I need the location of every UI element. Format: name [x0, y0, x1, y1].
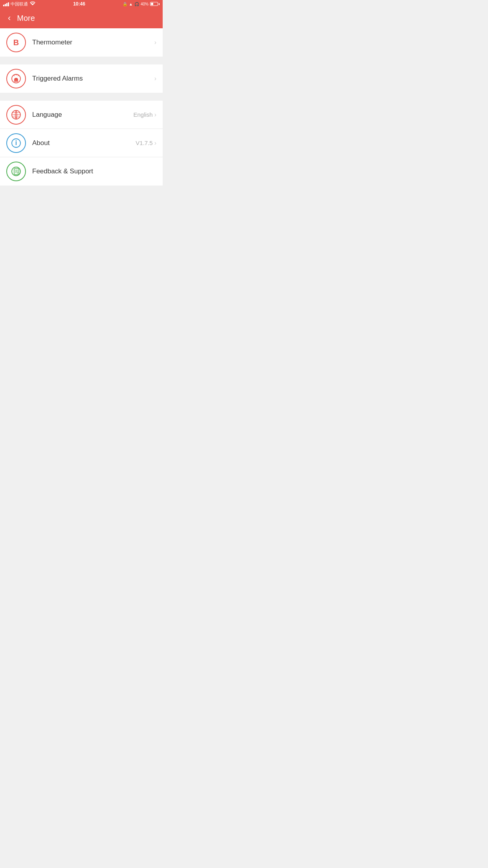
alarms-section: Triggered Alarms ›: [0, 64, 163, 93]
about-right: V1.7.5 ›: [136, 140, 156, 147]
language-chevron-icon: ›: [154, 111, 156, 118]
thermometer-right: ›: [154, 39, 156, 46]
about-chevron-icon: ›: [154, 140, 156, 147]
page-header: ‹ More: [0, 8, 163, 28]
alarm-icon: [10, 73, 22, 85]
menu-item-feedback[interactable]: Feedback & Support: [0, 157, 163, 186]
status-bar: 中国联通 10:46 🔒 ▲ 🎧 40%: [0, 0, 163, 8]
carrier-label: 中国联通: [11, 1, 28, 7]
status-time: 10:46: [73, 1, 85, 7]
bottom-area: [0, 189, 163, 347]
page-title: More: [17, 14, 35, 23]
feedback-label: Feedback & Support: [32, 167, 156, 175]
info-icon: i: [10, 137, 22, 149]
thermometer-label: Thermometer: [32, 39, 154, 46]
menu-item-about[interactable]: i About V1.7.5 ›: [0, 129, 163, 157]
status-left: 中国联通: [3, 1, 36, 7]
about-label: About: [32, 139, 136, 147]
content: B Thermometer ›: [0, 28, 163, 347]
language-label: Language: [32, 111, 133, 119]
alarms-icon-circle: [6, 69, 26, 88]
triggered-alarms-label: Triggered Alarms: [32, 75, 154, 83]
back-button[interactable]: ‹: [6, 11, 12, 25]
battery-percent: 40%: [141, 2, 149, 6]
triggered-alarms-chevron-icon: ›: [154, 75, 156, 82]
about-icon-circle: i: [6, 133, 26, 153]
feedback-icon-circle: [6, 162, 26, 181]
status-right: 🔒 ▲ 🎧 40%: [123, 2, 160, 6]
wifi-icon: [29, 1, 36, 7]
svg-line-2: [14, 75, 15, 76]
document-icon: [10, 166, 22, 177]
language-icon-circle: [6, 105, 26, 125]
menu-item-language[interactable]: Language English ›: [0, 101, 163, 129]
settings-section: Language English › i About V1.7.5 ›: [0, 101, 163, 186]
location-icon: ▲: [129, 2, 133, 6]
lock-icon: 🔒: [123, 2, 127, 6]
thermometer-section: B Thermometer ›: [0, 28, 163, 57]
thermometer-icon-circle: B: [6, 33, 26, 52]
headphone-icon: 🎧: [134, 2, 139, 6]
language-right: English ›: [133, 111, 156, 118]
signal-icon: [3, 2, 9, 6]
svg-point-12: [16, 140, 17, 141]
language-value: English: [133, 111, 152, 118]
about-version: V1.7.5: [136, 140, 152, 146]
triggered-alarms-right: ›: [154, 75, 156, 82]
thermometer-chevron-icon: ›: [154, 39, 156, 46]
svg-line-3: [18, 75, 19, 76]
separator-2: [0, 97, 163, 101]
battery-icon: [150, 2, 160, 6]
menu-item-thermometer[interactable]: B Thermometer ›: [0, 28, 163, 57]
thermometer-letter-icon: B: [13, 38, 19, 47]
separator-1: [0, 61, 163, 64]
globe-icon: [10, 109, 22, 121]
menu-item-triggered-alarms[interactable]: Triggered Alarms ›: [0, 64, 163, 93]
